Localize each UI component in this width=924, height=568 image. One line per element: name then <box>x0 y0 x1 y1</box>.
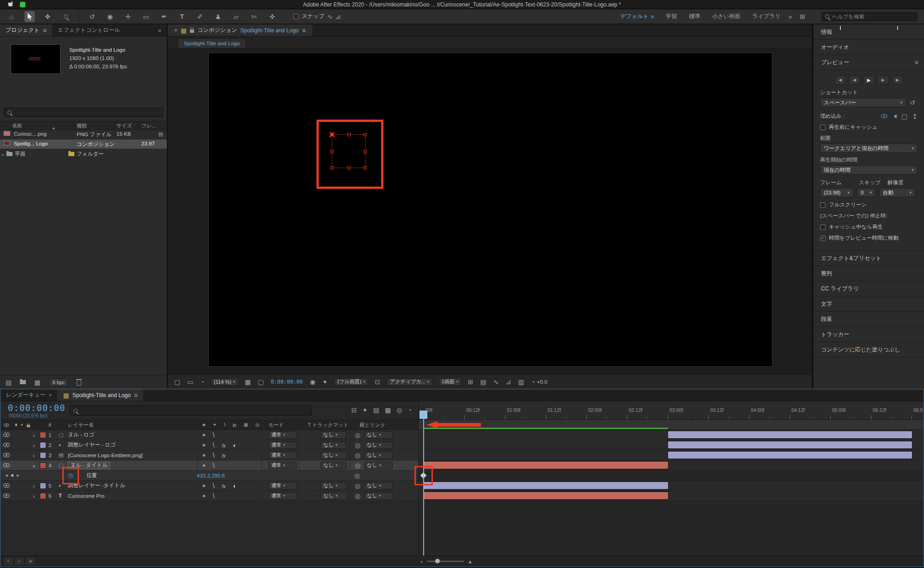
draft-3d-icon[interactable] <box>362 407 368 413</box>
shy-icon[interactable] <box>202 494 206 498</box>
column-fps[interactable]: フレ... <box>141 122 156 129</box>
selection-handle[interactable] <box>330 166 334 169</box>
workspace-tab[interactable]: 小さい画面 <box>712 12 741 20</box>
blend-mode-dropdown[interactable]: 通常 <box>268 441 297 449</box>
workspace-overflow-icon[interactable] <box>788 13 792 20</box>
column-number[interactable]: # <box>49 422 59 428</box>
panel-menu-icon[interactable] <box>302 27 306 34</box>
pick-whip-icon[interactable] <box>355 432 360 438</box>
previous-keyframe-icon[interactable] <box>5 474 8 477</box>
tab-timeline-comp[interactable]: Spotlight-Title and Logo <box>57 389 143 401</box>
magnification-dropdown[interactable]: (114 %) <box>211 378 238 386</box>
timeline-search-input[interactable] <box>80 408 308 413</box>
workspace-menu-icon[interactable] <box>800 13 805 20</box>
project-row-footage[interactable]: Curiosc....png PNG ファイル 15 KB <box>0 130 167 139</box>
track-matte-dropdown[interactable]: なし <box>321 492 346 500</box>
column-size[interactable]: サイズ <box>116 122 132 129</box>
project-search-input[interactable] <box>14 109 159 115</box>
hand-tool-button[interactable] <box>43 11 53 22</box>
comp-thumbnail[interactable] <box>11 45 60 73</box>
sidebar-section[interactable]: オーディオ <box>814 40 924 55</box>
lock-icon[interactable] <box>190 30 194 33</box>
region-of-interest-icon[interactable] <box>375 379 380 385</box>
play-button[interactable] <box>863 76 875 85</box>
motion-blur-icon[interactable] <box>396 407 402 413</box>
column-parent[interactable]: 親とリンク <box>359 422 385 429</box>
help-search-input[interactable] <box>832 14 914 19</box>
lock-column-icon[interactable] <box>27 424 30 427</box>
composition-canvas[interactable] <box>209 53 772 366</box>
timeline-track-area[interactable]: 00f 00:12f 01:00f 01:12f 02:00f 02:12f 0… <box>419 401 923 556</box>
snap-toggle[interactable]: スナップ <box>293 12 341 20</box>
quality-icon[interactable] <box>213 452 215 459</box>
reset-icon[interactable] <box>910 99 915 106</box>
column-type[interactable]: 種類 <box>77 122 87 129</box>
label-color-swatch[interactable] <box>40 493 49 499</box>
tab-overflow[interactable]: » <box>152 24 167 36</box>
item-name[interactable]: Curiosc....png <box>14 131 47 137</box>
pick-whip-icon[interactable] <box>354 472 360 479</box>
sidebar-section[interactable]: 段落 <box>814 312 924 327</box>
project-search[interactable] <box>4 108 163 117</box>
video-column-icon[interactable] <box>4 423 9 426</box>
track-row-4[interactable] <box>419 460 923 471</box>
blend-mode-dropdown[interactable]: 通常 <box>268 492 297 500</box>
shy-icon[interactable] <box>202 453 206 458</box>
zoom-slider[interactable] <box>427 561 464 562</box>
selection-handle[interactable] <box>364 166 367 169</box>
shy-icon[interactable] <box>202 433 206 437</box>
new-folder-button[interactable] <box>20 380 26 384</box>
shy-icon[interactable] <box>202 443 206 447</box>
quality-icon[interactable] <box>213 483 215 489</box>
camera-view-dropdown[interactable]: アクティブカ... <box>387 378 432 386</box>
main-screen-icon[interactable] <box>187 379 193 385</box>
parent-dropdown[interactable]: なし <box>364 482 393 489</box>
expand-folder-icon[interactable] <box>2 151 4 157</box>
timeline-zoom-control[interactable]: ▲ ▲ <box>420 559 473 564</box>
exposure-control[interactable]: +0.0 <box>531 379 547 385</box>
shy-icon[interactable] <box>202 483 206 488</box>
motion-blur-column-icon[interactable] <box>255 423 260 427</box>
blend-mode-dropdown[interactable]: 通常 <box>268 452 297 459</box>
layer-duration-bar[interactable] <box>668 431 912 438</box>
move-time-checkbox[interactable]: ✓時間をプレビュー時間に移動 <box>820 235 918 242</box>
composition-viewer[interactable] <box>168 48 812 374</box>
column-mode[interactable]: モード <box>268 422 284 429</box>
layer-row-6[interactable]: 6 Curioscene Pro 通常 なし なし <box>0 491 418 501</box>
fullscreen-checkbox[interactable]: フルスクリーン <box>820 201 918 208</box>
work-area-strip[interactable] <box>419 420 923 430</box>
next-keyframe-icon[interactable] <box>17 474 19 477</box>
layer-name[interactable]: 調整レイヤー - ロゴ <box>68 441 197 448</box>
label-color-swatch[interactable] <box>40 463 49 468</box>
last-frame-button[interactable] <box>892 76 903 85</box>
track-matte-dropdown[interactable]: なし <box>321 482 346 489</box>
comp-name[interactable]: Spotlight-Title and Logo <box>69 46 127 54</box>
play-cached-checkbox[interactable]: キャッシュ中なら再生 <box>820 224 918 230</box>
snap-option-icon[interactable] <box>335 13 341 20</box>
layer-duration-bar[interactable] <box>668 441 912 448</box>
next-frame-button[interactable] <box>878 76 889 85</box>
close-tab-icon[interactable]: × <box>174 27 177 34</box>
property-value[interactable]: 433.2,290.6 <box>197 473 225 478</box>
panel-menu-icon[interactable] <box>43 27 47 34</box>
layer-row-1[interactable]: 1 ヌル - ロゴ 通常 なし なし <box>0 430 418 440</box>
column-matte[interactable]: T トラックマット <box>308 422 348 429</box>
shortcut-dropdown[interactable]: スペースバー <box>820 98 906 107</box>
timeline-button-icon[interactable] <box>493 379 499 385</box>
include-overlays-icon[interactable] <box>901 113 907 120</box>
layer-name[interactable]: [Curioscene Logo-Emblem.png] <box>68 453 197 458</box>
eye-icon[interactable] <box>3 453 10 457</box>
track-row-1[interactable] <box>419 430 923 440</box>
eye-icon[interactable] <box>3 483 10 488</box>
expander-icon[interactable] <box>33 442 40 448</box>
channels-icon[interactable] <box>200 379 204 385</box>
blend-mode-dropdown[interactable]: 通常 <box>268 482 297 489</box>
viewer-tab[interactable]: Spotlight-Title and Logo <box>178 38 246 48</box>
graph-editor-icon[interactable] <box>408 407 412 413</box>
snapshot-icon[interactable] <box>310 379 315 385</box>
panel-menu-icon[interactable] <box>134 392 138 399</box>
label-color-swatch[interactable] <box>40 432 49 438</box>
resolution-dropdown[interactable]: 自動 <box>879 188 915 197</box>
snap-option-icon[interactable] <box>327 13 333 20</box>
layer-duration-bar[interactable] <box>668 452 912 459</box>
